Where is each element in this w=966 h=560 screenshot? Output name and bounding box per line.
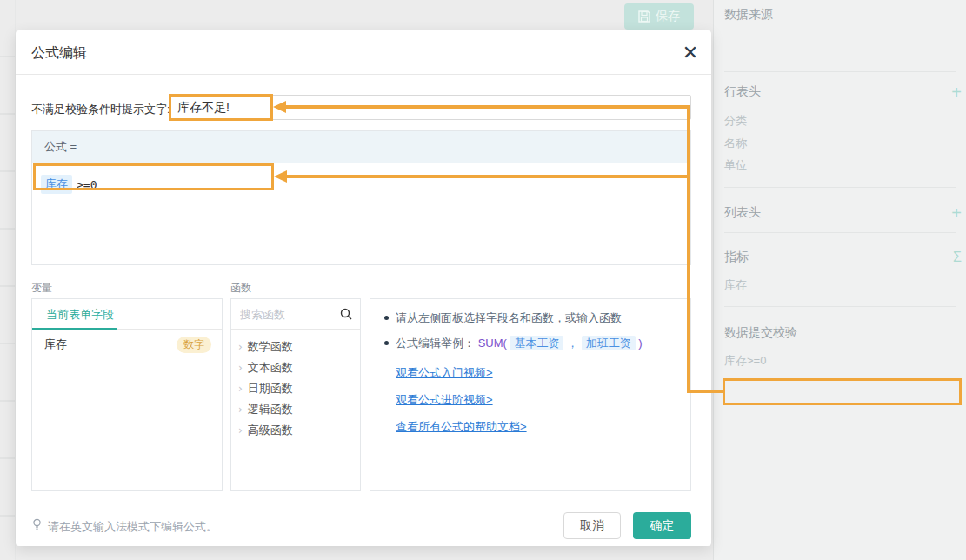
validation-title: 数据提交校验 <box>724 325 797 341</box>
dialog-footer: 请在英文输入法模式下编辑公式。 取消 确定 <box>16 503 711 546</box>
functions-label: 函数 <box>230 281 251 296</box>
help-tip: 请从左侧面板选择字段名和函数，或输入函数 <box>383 310 678 326</box>
example-field-chip: 基本工资 <box>510 336 563 350</box>
input-method-hint: 请在英文输入法模式下编辑公式。 <box>31 518 217 535</box>
row-header-item[interactable]: 单位 <box>724 157 747 173</box>
tab-current-form-fields[interactable]: 当前表单字段 <box>46 307 114 323</box>
chevron-right-icon: › <box>238 341 243 353</box>
save-disk-icon <box>638 10 650 23</box>
add-row-header-icon[interactable]: + <box>951 83 962 101</box>
example-comma: ， <box>567 337 578 350</box>
help-example: 公式编辑举例： SUM( 基本工资 ， 加班工资 ) <box>383 335 678 351</box>
dimmed-background <box>0 0 16 560</box>
variables-label: 变量 <box>31 281 52 296</box>
formula-line: 库存 >=0 <box>41 175 97 194</box>
chevron-right-icon: › <box>238 403 243 416</box>
docs-link[interactable]: 查看所有公式的帮助文档> <box>396 419 527 435</box>
row-header-item[interactable]: 名称 <box>724 136 747 151</box>
prompt-label: 不满足校验条件时提示文字: <box>31 102 170 117</box>
formula-panel: 公式 = 库存 >=0 <box>31 130 691 265</box>
help-panel: 请从左侧面板选择字段名和函数，或输入函数 公式编辑举例： SUM( 基本工资 ，… <box>370 298 691 491</box>
function-category[interactable]: › 日期函数 <box>231 378 360 399</box>
chevron-right-icon: › <box>238 383 243 395</box>
example-field-chip: 加班工资 <box>582 336 636 350</box>
bullet-icon <box>384 316 389 320</box>
variables-panel: 当前表单字段 库存 数字 <box>31 298 223 491</box>
divider <box>724 306 956 307</box>
function-category[interactable]: › 数学函数 <box>231 337 360 357</box>
row-header-title: 行表头 <box>724 84 761 100</box>
intro-video-link[interactable]: 观看公式入门视频> <box>396 365 493 381</box>
functions-panel: › 数学函数 › 文本函数 › 日期函数 › 逻辑函数 › 高级函数 <box>230 298 361 491</box>
example-function: SUM( <box>478 337 507 350</box>
metric-title: 指标 <box>724 250 749 265</box>
row-header-item[interactable]: 分类 <box>724 113 747 129</box>
save-button[interactable]: 保存 <box>624 3 694 30</box>
save-button-label: 保存 <box>656 9 680 24</box>
cancel-button[interactable]: 取消 <box>563 512 621 539</box>
add-col-header-icon[interactable]: + <box>951 204 962 222</box>
formula-edit-dialog: 公式编辑 ✕ 不满足校验条件时提示文字: 公式 = 库存 >=0 变量 函数 当… <box>16 30 711 546</box>
variable-field-name: 库存 <box>44 337 177 352</box>
formula-expression: >=0 <box>77 178 97 191</box>
bullet-icon <box>384 341 389 345</box>
function-category[interactable]: › 高级函数 <box>231 420 360 441</box>
hint-text: 请在英文输入法模式下编辑公式。 <box>48 519 217 535</box>
validation-rule[interactable]: 库存>=0 <box>724 353 766 369</box>
example-close-paren: ) <box>638 337 642 350</box>
divider <box>724 232 956 233</box>
sigma-icon[interactable]: Σ <box>953 250 962 264</box>
function-category[interactable]: › 文本函数 <box>231 357 360 378</box>
divider <box>724 71 956 72</box>
search-icon[interactable] <box>339 307 353 324</box>
field-type-badge: 数字 <box>177 337 211 353</box>
function-category[interactable]: › 逻辑函数 <box>231 399 360 420</box>
dialog-header: 公式编辑 ✕ <box>16 30 711 75</box>
col-header-title: 列表头 <box>724 205 761 221</box>
confirm-button[interactable]: 确定 <box>633 512 691 539</box>
formula-editor[interactable]: 库存 >=0 <box>32 163 690 265</box>
data-source-title: 数据来源 <box>724 7 773 23</box>
formula-header: 公式 = <box>32 131 690 163</box>
lightbulb-icon <box>31 518 43 535</box>
variables-tabrow: 当前表单字段 <box>32 299 222 330</box>
advanced-video-link[interactable]: 观看公式进阶视频> <box>396 392 493 408</box>
example-prefix: 公式编辑举例： <box>396 337 475 350</box>
help-links: 观看公式入门视频> 观看公式进阶视频> 查看所有公式的帮助文档> <box>383 365 678 435</box>
variable-field-row[interactable]: 库存 数字 <box>32 330 222 359</box>
function-category-list: › 数学函数 › 文本函数 › 日期函数 › 逻辑函数 › 高级函数 <box>231 330 360 441</box>
field-token-chip[interactable]: 库存 <box>41 175 72 194</box>
divider <box>724 187 956 188</box>
function-search-row <box>231 299 360 330</box>
chevron-right-icon: › <box>238 424 243 437</box>
dialog-title: 公式编辑 <box>31 44 87 63</box>
config-sidebar: 数据来源 数据来源 行表头 + 分类 名称 单位 列表头 + 指标 Σ 库存 数… <box>713 0 966 560</box>
chevron-right-icon: › <box>238 362 243 374</box>
metric-item[interactable]: 库存 <box>724 277 747 293</box>
prompt-message-input[interactable] <box>170 95 691 120</box>
close-icon[interactable]: ✕ <box>680 43 701 63</box>
